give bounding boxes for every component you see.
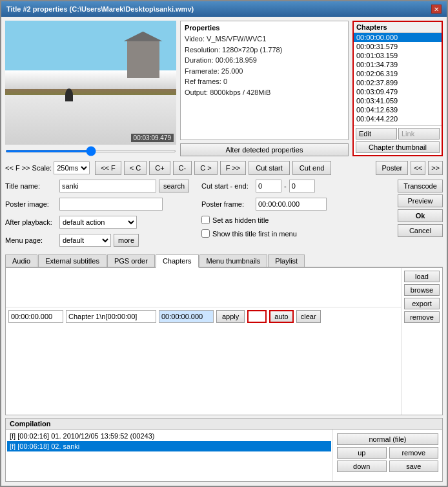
cancel-button[interactable]: Cancel: [398, 224, 443, 237]
menu-page-select[interactable]: default: [59, 234, 111, 247]
compilation-title: Compilation: [6, 419, 442, 430]
chapters-title: Chapters: [354, 22, 442, 33]
chapter-item[interactable]: 00:03:09.479: [354, 87, 442, 96]
chapters-edit-actions: Edit Link: [354, 125, 442, 141]
c-plus-button[interactable]: C+: [149, 161, 170, 175]
hidden-title-checkbox[interactable]: [201, 216, 210, 224]
auto-button[interactable]: auto: [269, 310, 293, 323]
chapter-time-start-input[interactable]: [8, 310, 63, 323]
chapter-number-input[interactable]: 12: [247, 310, 267, 323]
chapter-item[interactable]: 00:02:37.899: [354, 78, 442, 87]
after-playback-row: After playback: default action: [5, 216, 198, 229]
tab-chapters[interactable]: Chapters: [156, 254, 199, 268]
cut-dash: -: [284, 182, 287, 190]
remove-compilation-button[interactable]: remove: [389, 447, 439, 459]
cut-end-button[interactable]: Cut end: [292, 161, 332, 175]
chapters-side-buttons: load browse export remove: [401, 268, 442, 415]
tab-audio[interactable]: Audio: [5, 254, 37, 267]
poster-button[interactable]: Poster: [376, 161, 408, 175]
compilation-list: [f] [00:02:16] 01. 2010/12/05 13:59:52 (…: [6, 430, 332, 481]
poster-image-input[interactable]: [59, 198, 163, 211]
first-in-menu-checkbox[interactable]: [201, 229, 210, 238]
tab-external-subtitles[interactable]: External subtitles: [38, 254, 107, 267]
up-remove-row: up remove: [337, 447, 438, 459]
browse-button[interactable]: browse: [404, 284, 440, 296]
chapter-item[interactable]: 00:01:03.159: [354, 51, 442, 60]
tab-playlist[interactable]: Playlist: [268, 254, 305, 267]
properties-panel: Properties Video: V_MS/VFW/WVC1 Resoluti…: [180, 21, 349, 156]
remove-chapter-button[interactable]: remove: [404, 311, 440, 323]
cut-start-button[interactable]: Cut start: [249, 161, 290, 175]
poster-image-label: Poster image:: [5, 200, 57, 208]
c-fwd-button[interactable]: C >: [194, 161, 217, 175]
main-window: Title #2 properties (C:\Users\Marek\Desk…: [0, 0, 448, 487]
edit-chapter-button[interactable]: Edit: [356, 128, 397, 140]
alter-detected-properties-button[interactable]: Alter detected properties: [180, 143, 349, 156]
up-button[interactable]: up: [337, 447, 387, 459]
title-name-input[interactable]: [59, 180, 156, 192]
normal-file-button[interactable]: normal (file): [337, 433, 438, 445]
building-shape: [127, 39, 159, 78]
chapter-item[interactable]: 00:01:34.739: [354, 60, 442, 69]
chapter-time-end-input[interactable]: [159, 310, 214, 323]
first-in-menu-row: Show this title first in menu: [201, 229, 394, 238]
chapter-item[interactable]: 00:04:44.220: [354, 114, 442, 123]
video-scrubber[interactable]: [5, 150, 176, 152]
c-back-button[interactable]: < C: [124, 161, 147, 175]
down-save-row: down save: [337, 461, 438, 472]
compilation-item[interactable]: [f] [00:06:18] 02. sanki: [7, 441, 331, 451]
chapters-area: [6, 268, 401, 307]
scale-select[interactable]: 250ms 500ms 1s: [54, 161, 90, 174]
clear-button[interactable]: clear: [296, 310, 321, 323]
chapter-item[interactable]: 00:00:31.579: [354, 42, 442, 51]
close-button[interactable]: ✕: [431, 5, 442, 14]
arr-fwd-button[interactable]: >>: [428, 161, 443, 175]
chapters-tab-content: apply 12 auto clear load browse export r…: [5, 268, 443, 415]
ff-back-button[interactable]: << F: [95, 161, 121, 175]
video-preview: 00:03:09.479: [5, 21, 176, 145]
export-button[interactable]: export: [404, 298, 440, 309]
cut-end-input[interactable]: [289, 180, 315, 192]
menu-page-row: Menu page: default more: [5, 234, 198, 247]
right-action-buttons: Transcode Preview Ok Cancel: [398, 180, 443, 249]
chapter-label-input[interactable]: [66, 310, 156, 323]
video-panel: 00:03:09.479: [5, 21, 176, 156]
load-button[interactable]: load: [404, 271, 440, 282]
left-form: Title name: search Poster image: After p…: [5, 180, 198, 249]
video-timestamp: 00:03:09.479: [131, 134, 174, 142]
after-playback-label: After playback:: [5, 218, 57, 226]
preview-button[interactable]: Preview: [398, 194, 443, 207]
title-bar: Title #2 properties (C:\Users\Marek\Desk…: [1, 1, 447, 17]
chapter-item[interactable]: 00:04:12.639: [354, 105, 442, 114]
chapter-item[interactable]: 00:02:06.319: [354, 69, 442, 78]
apply-button[interactable]: apply: [216, 310, 245, 323]
chapter-item[interactable]: 00:03:41.059: [354, 96, 442, 105]
c-minus-button[interactable]: C-: [173, 161, 192, 175]
scale-label: << F >> Scale:: [5, 164, 52, 172]
video-scene: [5, 21, 176, 145]
link-chapter-button[interactable]: Link: [398, 128, 440, 140]
transcode-button[interactable]: Transcode: [398, 180, 443, 192]
save-button[interactable]: save: [389, 461, 439, 472]
more-button[interactable]: more: [114, 234, 139, 247]
after-playback-select[interactable]: default action: [59, 216, 137, 229]
ff-fwd-button[interactable]: F >>: [220, 161, 247, 175]
compilation-item[interactable]: [f] [00:02:16] 01. 2010/12/05 13:59:52 (…: [7, 431, 331, 441]
poster-frame-row: Poster frame:: [201, 198, 394, 211]
down-button[interactable]: down: [337, 461, 387, 472]
poster-frame-label: Poster frame:: [201, 200, 253, 208]
search-button[interactable]: search: [159, 180, 189, 192]
arr-back-button[interactable]: <<: [411, 161, 425, 175]
prop-video: Video: V_MS/VFW/WVC1: [185, 34, 344, 45]
poster-frame-input[interactable]: [256, 198, 327, 211]
tabs-bar: Audio External subtitles PGS order Chapt…: [5, 254, 443, 268]
cut-start-input[interactable]: [256, 180, 281, 192]
ok-button[interactable]: Ok: [398, 209, 443, 222]
chapter-thumbnail-button[interactable]: Chapter thumbnail: [356, 141, 440, 153]
top-section: 00:03:09.479 Properties Video: V_MS/VFW/…: [5, 21, 443, 156]
tab-menu-thumbnails[interactable]: Menu thumbnails: [199, 254, 268, 267]
tabs-main: Audio External subtitles PGS order Chapt…: [5, 252, 443, 415]
chapter-item[interactable]: 00:00:00.000: [354, 33, 442, 42]
tab-pgs-order[interactable]: PGS order: [107, 254, 155, 267]
chapters-toolbar: apply 12 auto clear: [6, 307, 401, 326]
